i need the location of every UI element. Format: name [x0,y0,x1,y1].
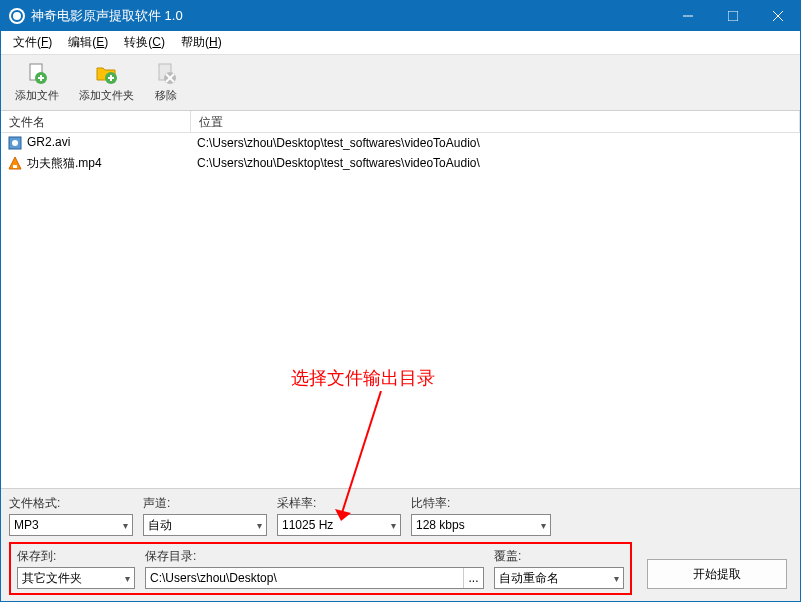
close-button[interactable] [755,1,800,31]
maximize-button[interactable] [710,1,755,31]
format-label: 文件格式: [9,495,133,512]
filename-cell: GR2.avi [1,135,191,151]
bitrate-label: 比特率: [411,495,551,512]
file-plus-icon [25,62,49,86]
start-extract-button[interactable]: 开始提取 [647,559,787,589]
window-title: 神奇电影原声提取软件 1.0 [31,7,665,25]
path-cell: C:\Users\zhou\Desktop\test_softwares\vid… [191,136,800,150]
saveto-label: 保存到: [17,548,135,565]
file-list[interactable]: GR2.avi C:\Users\zhou\Desktop\test_softw… [1,133,800,488]
app-icon [9,8,25,24]
svg-rect-17 [13,165,17,168]
svg-rect-1 [728,11,738,21]
minimize-button[interactable] [665,1,710,31]
list-item[interactable]: GR2.avi C:\Users\zhou\Desktop\test_softw… [1,133,800,153]
content-area: 文件名 位置 GR2.avi C:\Users\zhou\Desktop\tes… [1,111,800,488]
menu-file[interactable]: 文件(F) [5,32,60,53]
remove-label: 移除 [155,88,177,103]
folder-plus-icon [95,62,119,86]
menu-help[interactable]: 帮助(H) [173,32,230,53]
col-location[interactable]: 位置 [191,111,800,132]
samplerate-label: 采样率: [277,495,401,512]
menubar: 文件(F) 编辑(E) 转换(C) 帮助(H) [1,31,800,55]
samplerate-select[interactable]: 11025 Hz [277,514,401,536]
path-cell: C:\Users\zhou\Desktop\test_softwares\vid… [191,156,800,170]
bottom-panel: 文件格式: MP3 声道: 自动 采样率: 11025 Hz 比特率: 128 … [1,488,800,601]
app-window: 神奇电影原声提取软件 1.0 文件(F) 编辑(E) 转换(C) 帮助(H) 添… [0,0,801,602]
savedir-input[interactable]: C:\Users\zhou\Desktop\ ... [145,567,484,589]
add-file-label: 添加文件 [15,88,59,103]
remove-icon [154,62,178,86]
add-folder-label: 添加文件夹 [79,88,134,103]
savedir-label: 保存目录: [145,548,484,565]
add-file-button[interactable]: 添加文件 [9,60,65,105]
avi-file-icon [7,135,23,151]
window-controls [665,1,800,31]
bitrate-select[interactable]: 128 kbps [411,514,551,536]
menu-edit[interactable]: 编辑(E) [60,32,116,53]
list-item[interactable]: 功夫熊猫.mp4 C:\Users\zhou\Desktop\test_soft… [1,153,800,173]
output-settings-box: 保存到: 其它文件夹 保存目录: C:\Users\zhou\Desktop\ … [9,542,632,595]
remove-button[interactable]: 移除 [148,60,184,105]
mp4-file-icon [7,155,23,171]
svg-point-16 [12,140,18,146]
format-select[interactable]: MP3 [9,514,133,536]
overwrite-label: 覆盖: [494,548,624,565]
toolbar: 添加文件 添加文件夹 移除 [1,55,800,111]
filename-cell: 功夫熊猫.mp4 [1,155,191,172]
format-options-row: 文件格式: MP3 声道: 自动 采样率: 11025 Hz 比特率: 128 … [9,495,792,536]
channel-select[interactable]: 自动 [143,514,267,536]
savedir-text: C:\Users\zhou\Desktop\ [146,571,463,585]
add-folder-button[interactable]: 添加文件夹 [73,60,140,105]
list-header: 文件名 位置 [1,111,800,133]
col-filename[interactable]: 文件名 [1,111,191,132]
menu-convert[interactable]: 转换(C) [116,32,173,53]
overwrite-select[interactable]: 自动重命名 [494,567,624,589]
saveto-select[interactable]: 其它文件夹 [17,567,135,589]
browse-button[interactable]: ... [463,568,483,588]
titlebar: 神奇电影原声提取软件 1.0 [1,1,800,31]
channel-label: 声道: [143,495,267,512]
